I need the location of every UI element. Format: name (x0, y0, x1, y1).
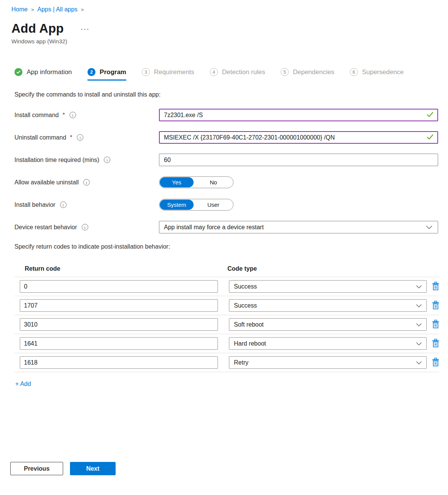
allow-uninstall-row: Allow available uninstall Yes No (14, 176, 448, 189)
delete-row-button[interactable] (432, 358, 439, 368)
info-icon[interactable] (77, 134, 83, 141)
step-requirements[interactable]: 3 Requirements (142, 68, 194, 81)
install-command-row: Install command* (14, 109, 448, 121)
info-icon[interactable] (82, 224, 88, 230)
chevron-down-icon (416, 359, 422, 366)
restart-behavior-dropdown[interactable]: App install may force a device restart (159, 221, 438, 233)
step-label: Detection rules (222, 68, 265, 76)
step-program[interactable]: 2 Program (87, 68, 126, 81)
toggle-option-no[interactable]: No (194, 177, 233, 188)
required-marker: * (63, 112, 65, 119)
trash-icon (432, 301, 439, 311)
toggle-option-yes[interactable]: Yes (160, 177, 194, 187)
step-number-badge: 2 (87, 68, 95, 76)
step-dependencies[interactable]: 5 Dependencies (281, 68, 334, 81)
more-options-icon[interactable]: ··· (81, 25, 90, 33)
commands-section-heading: Specify the commands to install and unin… (14, 91, 448, 98)
trash-icon (432, 358, 439, 368)
step-number-badge: 4 (210, 68, 218, 76)
step-complete-check-icon (14, 68, 22, 76)
delete-row-button[interactable] (432, 282, 439, 292)
delete-row-button[interactable] (432, 339, 439, 349)
chevron-down-icon (416, 283, 422, 290)
return-codes-table: Return code Code type Success Success (14, 264, 439, 372)
uninstall-command-label: Uninstall command (14, 134, 66, 141)
wizard-steps: App information 2 Program 3 Requirements… (14, 68, 448, 81)
info-icon[interactable] (83, 179, 90, 186)
install-behavior-row: Install behavior System User (14, 198, 448, 211)
chevron-down-icon (416, 340, 422, 347)
table-row: Soft reboot (14, 315, 439, 334)
return-code-input[interactable] (20, 356, 218, 369)
required-marker: * (70, 134, 72, 141)
uninstall-command-row: Uninstall command* (14, 131, 448, 144)
return-code-input[interactable] (20, 280, 218, 293)
install-time-row: Installation time required (mins) (14, 154, 448, 166)
add-return-code-link[interactable]: + Add (15, 381, 31, 387)
install-command-label: Install command (14, 112, 59, 119)
page-subtitle: Windows app (Win32) (11, 38, 448, 44)
toggle-option-system[interactable]: System (160, 200, 194, 210)
restart-behavior-row: Device restart behavior App install may … (14, 221, 448, 233)
allow-uninstall-toggle[interactable]: Yes No (159, 176, 234, 188)
code-type-value: Success (234, 302, 257, 309)
step-label: App information (27, 68, 72, 76)
step-supersedence[interactable]: 6 Supersedence (350, 68, 404, 81)
code-type-select[interactable]: Retry (229, 356, 427, 369)
chevron-down-icon (426, 224, 432, 231)
table-row: Success (14, 296, 439, 315)
step-label: Supersedence (362, 68, 404, 76)
install-time-label: Installation time required (mins) (14, 157, 99, 163)
step-number-badge: 3 (142, 68, 150, 76)
breadcrumb-chevron-icon: > (31, 7, 34, 13)
code-type-value: Retry (234, 359, 248, 366)
step-app-information[interactable]: App information (14, 68, 72, 81)
code-type-select[interactable]: Hard reboot (229, 337, 427, 350)
code-type-select[interactable]: Success (229, 299, 427, 312)
code-type-value: Success (234, 283, 257, 290)
code-type-select[interactable]: Soft reboot (229, 318, 427, 331)
info-icon[interactable] (104, 157, 110, 163)
code-type-column-header: Code type (224, 265, 257, 272)
breadcrumb: Home > Apps | All apps > (11, 6, 448, 13)
uninstall-command-input[interactable] (159, 131, 438, 144)
step-number-badge: 5 (281, 68, 289, 76)
trash-icon (432, 339, 439, 349)
next-button[interactable]: Next (70, 462, 116, 475)
delete-row-button[interactable] (432, 320, 439, 330)
info-icon[interactable] (70, 112, 76, 118)
code-type-value: Hard reboot (234, 340, 266, 347)
table-row: Retry (14, 353, 439, 372)
table-row: Success (14, 277, 439, 296)
code-type-value: Soft reboot (234, 321, 264, 328)
step-label: Dependencies (293, 68, 334, 76)
restart-behavior-value: App install may force a device restart (164, 224, 264, 231)
step-label: Requirements (154, 68, 194, 76)
page-title: Add App (11, 21, 64, 36)
return-codes-section-heading: Specify return codes to indicate post-in… (14, 243, 448, 250)
trash-icon (432, 282, 439, 292)
toggle-option-user[interactable]: User (194, 199, 233, 210)
install-time-input[interactable] (159, 154, 438, 166)
breadcrumb-all-apps-link[interactable]: Apps | All apps (37, 6, 78, 13)
code-type-select[interactable]: Success (229, 280, 427, 293)
step-number-badge: 6 (350, 68, 358, 76)
chevron-down-icon (416, 321, 422, 328)
chevron-down-icon (416, 302, 422, 309)
breadcrumb-chevron-icon: > (81, 7, 84, 13)
allow-uninstall-label: Allow available uninstall (14, 179, 79, 186)
return-code-input[interactable] (20, 337, 218, 350)
install-behavior-toggle[interactable]: System User (159, 199, 234, 211)
info-icon[interactable] (60, 201, 67, 208)
install-command-input[interactable] (159, 109, 438, 121)
step-label: Program (100, 68, 126, 76)
breadcrumb-home-link[interactable]: Home (11, 6, 28, 13)
table-row: Hard reboot (14, 334, 439, 353)
restart-behavior-label: Device restart behavior (14, 224, 77, 231)
step-detection-rules[interactable]: 4 Detection rules (210, 68, 265, 81)
previous-button[interactable]: Previous (10, 462, 63, 475)
delete-row-button[interactable] (432, 301, 439, 311)
return-code-input[interactable] (20, 299, 218, 312)
return-code-column-header: Return code (14, 265, 224, 272)
return-code-input[interactable] (20, 318, 218, 331)
